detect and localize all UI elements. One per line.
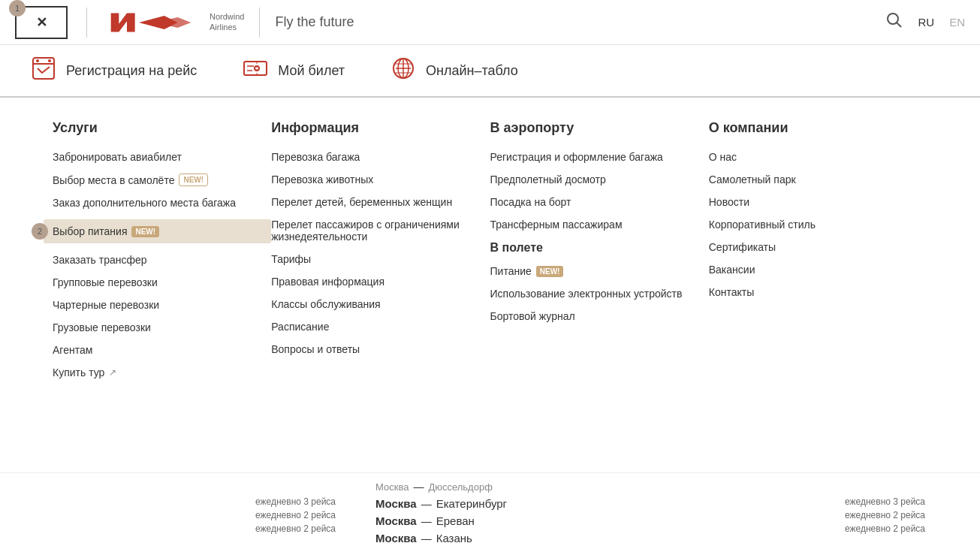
nav-col-airport: В аэропорту Регистрация и оформление баг… [490,120,709,389]
nav-item-extra-baggage[interactable]: Заказ дополнительного места багажа [53,197,271,209]
close-icon: ✕ [36,14,47,31]
nav-item-meal-choice[interactable]: Выбор питания NEW! 2 [44,219,271,243]
svg-point-6 [48,59,51,62]
nav-item-faq[interactable]: Вопросы и ответы [271,343,490,355]
nav-item-about[interactable]: О нас [709,151,927,163]
route-row-dusseldorf: Москва — Дюссельдорф [375,479,845,494]
route-row-yerevan[interactable]: Москва — Ереван [375,513,845,529]
header: ✕ 1 Nordwind Airlines Fly the future [0,0,980,45]
logo-text: Nordwind Airlines [210,12,244,32]
nav-item-book-ticket[interactable]: Забронировать авиабилет [53,151,271,163]
nav-item-cargo[interactable]: Грузовые перевозки [53,321,271,333]
new-badge-meal: NEW! [131,226,159,237]
route-to-4: Казань [436,532,472,544]
nav-item-corporate-style[interactable]: Корпоративный стиль [709,219,927,231]
route-label-1: ежедневно 3 рейса [255,496,375,508]
route-label-3: ежедневно 2 рейса [255,523,375,535]
route-to-2: Екатеринбург [436,497,507,510]
main-nav: Услуги Забронировать авиабилет Выбор мес… [0,98,980,412]
logo-mark [98,11,204,35]
header-tagline: Fly the future [275,14,886,30]
nav-item-inflight-magazine[interactable]: Бортовой журнал [490,310,709,322]
ticket-icon [242,55,269,87]
nav-item-disabled-passengers[interactable]: Перелет пассажиров с ограничениями жизне… [271,219,490,243]
route-label-r3: ежедневно 2 рейса [845,523,965,535]
nav-item-group-transport[interactable]: Групповые перевозки [53,276,271,288]
search-button[interactable] [886,12,903,32]
svg-point-5 [36,59,39,62]
logo-svg [98,11,204,35]
nav-item-service-classes[interactable]: Классы обслуживания [271,298,490,310]
board-icon [390,55,417,87]
checkin-icon [30,55,57,87]
nav-item-inflight-meal[interactable]: Питание NEW! [490,265,709,277]
lang-en-button[interactable]: EN [949,16,965,29]
nav-item-fleet[interactable]: Самолетный парк [709,173,927,186]
nav-col-airport-header: В аэропорту [490,120,709,136]
nav-item-checkin-baggage[interactable]: Регистрация и оформление багажа [490,151,709,163]
subnav-ticket[interactable]: Мой билет [242,55,345,87]
new-badge-inflight-meal: NEW! [536,266,564,277]
subnav: Регистрация на рейс Мой билет Онл [0,45,980,98]
subnav-board-label: Онлайн–табло [426,63,518,79]
nav-item-charter[interactable]: Чартерные перевозки [53,299,271,311]
route-row-kazan[interactable]: Москва — Казань [375,530,845,546]
route-dash-4: — [421,532,432,544]
nav-item-legal[interactable]: Правовая информация [271,276,490,288]
route-from-mos1: Москва [375,481,409,493]
badge-2: 2 [32,223,48,240]
routes-labels-right: ежедневно 3 рейса ежедневно 2 рейса ежед… [845,479,965,546]
routes-center: Москва — Дюссельдорф Москва — Екатеринбу… [375,479,845,546]
nav-item-security[interactable]: Предполетный досмотр [490,173,709,186]
route-dash-2: — [421,498,432,510]
new-badge-seat: NEW! [179,173,208,186]
routes-grid: ежедневно 3 рейса ежедневно 2 рейса ежед… [255,479,965,546]
nav-col-services: Услуги Забронировать авиабилет Выбор мес… [53,120,271,389]
route-label-2: ежедневно 2 рейса [255,509,375,521]
svg-marker-0 [111,13,135,32]
nav-item-seat-choice[interactable]: Выбор места в самолёте NEW! [53,173,271,186]
svg-line-2 [897,23,901,27]
search-icon [886,12,903,29]
nav-item-agents[interactable]: Агентам [53,344,271,356]
nav-item-schedule[interactable]: Расписание [271,321,490,333]
nav-item-transfer-passengers[interactable]: Трансферным пассажирам [490,219,709,231]
nav-item-children-pregnant[interactable]: Перелет детей, беременных женщин [271,196,490,208]
nav-item-boarding[interactable]: Посадка на борт [490,196,709,208]
nav-item-transfer[interactable]: Заказать трансфер [53,254,271,266]
route-dash-3: — [421,515,432,527]
nav-item-news[interactable]: Новости [709,196,927,208]
header-actions: RU EN [886,12,965,32]
route-from-mos3: Москва [375,514,417,527]
header-divider2 [259,8,260,38]
subnav-checkin-label: Регистрация на рейс [66,63,197,79]
route-dash-1: — [413,481,424,493]
nav-item-buy-tour[interactable]: Купить тур ↗ [53,366,271,379]
routes-labels-left: ежедневно 3 рейса ежедневно 2 рейса ежед… [255,479,375,546]
route-label-r2: ежедневно 2 рейса [845,509,965,521]
nav-col-inflight-header: В полете [490,241,709,255]
route-from-mos2: Москва [375,497,417,510]
nav-col-company: О компании О нас Самолетный парк Новости… [709,120,927,389]
route-from-mos4: Москва [375,532,417,544]
route-row-ekaterinburg[interactable]: Москва — Екатеринбург [375,496,845,511]
nav-col-company-header: О компании [709,120,927,136]
route-to-1: Дюссельдорф [428,481,492,493]
nav-col-info-header: Информация [271,120,490,136]
subnav-ticket-label: Мой билет [278,63,345,79]
route-to-3: Ереван [436,514,475,527]
nav-item-baggage[interactable]: Перевозка багажа [271,151,490,163]
subnav-board[interactable]: Онлайн–табло [390,55,518,87]
lang-ru-button[interactable]: RU [918,16,934,29]
nav-item-electronics[interactable]: Использование электронных устройств [490,288,709,300]
svg-point-1 [888,14,898,24]
nav-col-services-header: Услуги [53,120,271,136]
nav-item-animals[interactable]: Перевозка животных [271,173,490,186]
subnav-checkin[interactable]: Регистрация на рейс [30,55,197,87]
logo[interactable]: Nordwind Airlines [98,11,244,35]
nav-item-vacancies[interactable]: Вакансии [709,264,927,276]
nav-item-tariffs[interactable]: Тарифы [271,253,490,265]
nav-item-contacts[interactable]: Контакты [709,286,927,298]
svg-point-8 [255,66,259,71]
nav-item-certificates[interactable]: Сертификаты [709,241,927,253]
